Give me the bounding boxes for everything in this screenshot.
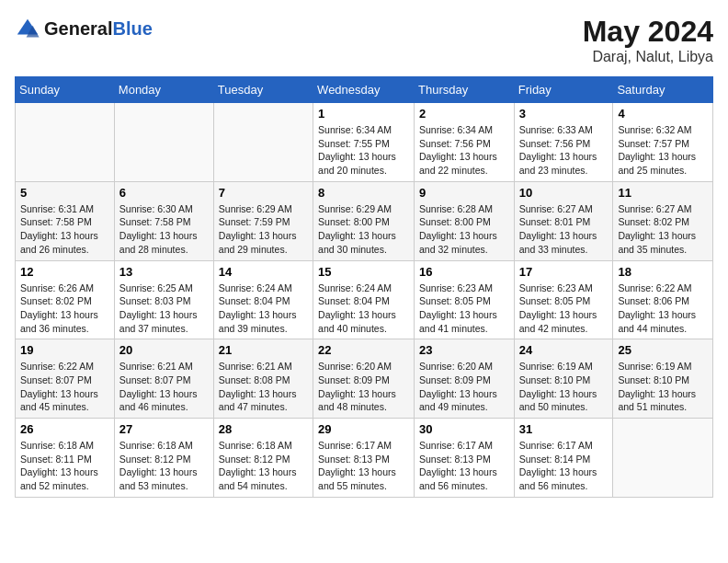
day-number: 10 [519,186,609,200]
calendar-cell: 16Sunrise: 6:23 AM Sunset: 8:05 PM Dayli… [415,260,515,339]
logo: GeneralBlue [15,15,153,42]
cell-content: Sunrise: 6:34 AM Sunset: 7:56 PM Dayligh… [419,123,509,178]
day-number: 26 [20,422,109,436]
calendar-week-row: 1Sunrise: 6:34 AM Sunset: 7:55 PM Daylig… [16,103,713,182]
day-number: 5 [20,186,109,200]
calendar-subtitle: Daraj, Nalut, Libya [583,49,713,65]
calendar-cell: 17Sunrise: 6:23 AM Sunset: 8:05 PM Dayli… [514,260,613,339]
day-number: 20 [119,343,209,357]
cell-content: Sunrise: 6:23 AM Sunset: 8:05 PM Dayligh… [519,282,609,336]
calendar-cell: 6Sunrise: 6:30 AM Sunset: 7:58 PM Daylig… [114,181,213,260]
day-number: 12 [20,265,109,279]
calendar-cell: 15Sunrise: 6:24 AM Sunset: 8:04 PM Dayli… [313,260,415,339]
day-number: 4 [618,107,708,121]
day-number: 25 [618,343,708,357]
calendar-cell: 29Sunrise: 6:17 AM Sunset: 8:13 PM Dayli… [313,419,415,498]
calendar-cell: 4Sunrise: 6:32 AM Sunset: 7:57 PM Daylig… [613,103,713,182]
day-number: 23 [419,343,509,357]
page-header: GeneralBlue May 2024 Daraj, Nalut, Libya [15,15,713,65]
cell-content: Sunrise: 6:26 AM Sunset: 8:02 PM Dayligh… [20,282,109,336]
calendar-cell: 28Sunrise: 6:18 AM Sunset: 8:12 PM Dayli… [213,419,313,498]
day-number: 22 [318,343,409,357]
day-of-week-header: Wednesday [313,77,415,103]
calendar-cell: 25Sunrise: 6:19 AM Sunset: 8:10 PM Dayli… [613,339,713,419]
calendar-cell: 23Sunrise: 6:20 AM Sunset: 8:09 PM Dayli… [415,339,515,419]
calendar-week-row: 26Sunrise: 6:18 AM Sunset: 8:11 PM Dayli… [16,419,713,498]
day-number: 30 [419,422,509,436]
day-number: 8 [318,186,409,200]
calendar-week-row: 5Sunrise: 6:31 AM Sunset: 7:58 PM Daylig… [16,181,713,260]
calendar-cell [16,103,115,182]
day-of-week-header: Friday [514,77,613,103]
calendar-cell: 26Sunrise: 6:18 AM Sunset: 8:11 PM Dayli… [16,419,115,498]
cell-content: Sunrise: 6:29 AM Sunset: 8:00 PM Dayligh… [318,202,409,257]
calendar-cell: 27Sunrise: 6:18 AM Sunset: 8:12 PM Dayli… [114,419,213,498]
calendar-header-row: SundayMondayTuesdayWednesdayThursdayFrid… [16,77,713,103]
day-of-week-header: Saturday [613,77,713,103]
cell-content: Sunrise: 6:19 AM Sunset: 8:10 PM Dayligh… [519,360,609,414]
calendar-cell: 2Sunrise: 6:34 AM Sunset: 7:56 PM Daylig… [415,103,515,182]
calendar-cell [114,103,213,182]
cell-content: Sunrise: 6:28 AM Sunset: 8:00 PM Dayligh… [419,202,509,257]
calendar-cell: 1Sunrise: 6:34 AM Sunset: 7:55 PM Daylig… [313,103,415,182]
day-number: 7 [219,186,308,200]
day-of-week-header: Thursday [415,77,515,103]
calendar-cell [213,103,313,182]
calendar-cell: 7Sunrise: 6:29 AM Sunset: 7:59 PM Daylig… [213,181,313,260]
day-number: 17 [519,265,609,279]
cell-content: Sunrise: 6:25 AM Sunset: 8:03 PM Dayligh… [119,282,209,336]
calendar-cell: 12Sunrise: 6:26 AM Sunset: 8:02 PM Dayli… [16,260,115,339]
day-number: 27 [119,422,209,436]
calendar-cell: 20Sunrise: 6:21 AM Sunset: 8:07 PM Dayli… [114,339,213,419]
cell-content: Sunrise: 6:24 AM Sunset: 8:04 PM Dayligh… [318,282,409,336]
cell-content: Sunrise: 6:21 AM Sunset: 8:08 PM Dayligh… [219,360,308,414]
calendar-cell: 18Sunrise: 6:22 AM Sunset: 8:06 PM Dayli… [613,260,713,339]
cell-content: Sunrise: 6:29 AM Sunset: 7:59 PM Dayligh… [219,202,308,257]
calendar-cell: 11Sunrise: 6:27 AM Sunset: 8:02 PM Dayli… [613,181,713,260]
calendar-cell: 31Sunrise: 6:17 AM Sunset: 8:14 PM Dayli… [514,419,613,498]
calendar-cell: 22Sunrise: 6:20 AM Sunset: 8:09 PM Dayli… [313,339,415,419]
day-number: 16 [419,265,509,279]
calendar-title: May 2024 [583,15,713,49]
calendar-cell [613,419,713,498]
cell-content: Sunrise: 6:20 AM Sunset: 8:09 PM Dayligh… [318,360,409,414]
title-block: May 2024 Daraj, Nalut, Libya [583,15,713,65]
cell-content: Sunrise: 6:24 AM Sunset: 8:04 PM Dayligh… [219,282,308,336]
calendar-cell: 9Sunrise: 6:28 AM Sunset: 8:00 PM Daylig… [415,181,515,260]
calendar-week-row: 12Sunrise: 6:26 AM Sunset: 8:02 PM Dayli… [16,260,713,339]
cell-content: Sunrise: 6:18 AM Sunset: 8:12 PM Dayligh… [219,439,308,493]
calendar-table: SundayMondayTuesdayWednesdayThursdayFrid… [15,76,713,498]
calendar-cell: 19Sunrise: 6:22 AM Sunset: 8:07 PM Dayli… [16,339,115,419]
cell-content: Sunrise: 6:27 AM Sunset: 8:01 PM Dayligh… [519,202,609,257]
cell-content: Sunrise: 6:17 AM Sunset: 8:14 PM Dayligh… [519,439,609,493]
cell-content: Sunrise: 6:30 AM Sunset: 7:58 PM Dayligh… [119,202,209,257]
day-of-week-header: Sunday [16,77,115,103]
day-number: 13 [119,265,209,279]
day-number: 2 [419,107,509,121]
day-number: 6 [119,186,209,200]
cell-content: Sunrise: 6:18 AM Sunset: 8:11 PM Dayligh… [20,439,109,493]
cell-content: Sunrise: 6:27 AM Sunset: 8:02 PM Dayligh… [618,202,708,257]
cell-content: Sunrise: 6:31 AM Sunset: 7:58 PM Dayligh… [20,202,109,257]
day-number: 29 [318,422,409,436]
cell-content: Sunrise: 6:19 AM Sunset: 8:10 PM Dayligh… [618,360,708,414]
day-number: 1 [318,107,409,121]
day-number: 31 [519,422,609,436]
cell-content: Sunrise: 6:21 AM Sunset: 8:07 PM Dayligh… [119,360,209,414]
day-of-week-header: Monday [114,77,213,103]
calendar-cell: 5Sunrise: 6:31 AM Sunset: 7:58 PM Daylig… [16,181,115,260]
calendar-cell: 14Sunrise: 6:24 AM Sunset: 8:04 PM Dayli… [213,260,313,339]
cell-content: Sunrise: 6:22 AM Sunset: 8:07 PM Dayligh… [20,360,109,414]
cell-content: Sunrise: 6:17 AM Sunset: 8:13 PM Dayligh… [318,439,409,493]
calendar-week-row: 19Sunrise: 6:22 AM Sunset: 8:07 PM Dayli… [16,339,713,419]
day-number: 14 [219,265,308,279]
logo-text: GeneralBlue [44,18,153,39]
day-number: 21 [219,343,308,357]
cell-content: Sunrise: 6:23 AM Sunset: 8:05 PM Dayligh… [419,282,509,336]
calendar-cell: 30Sunrise: 6:17 AM Sunset: 8:13 PM Dayli… [415,419,515,498]
cell-content: Sunrise: 6:32 AM Sunset: 7:57 PM Dayligh… [618,123,708,178]
calendar-cell: 8Sunrise: 6:29 AM Sunset: 8:00 PM Daylig… [313,181,415,260]
day-number: 28 [219,422,308,436]
logo-icon [15,17,40,42]
day-number: 24 [519,343,609,357]
